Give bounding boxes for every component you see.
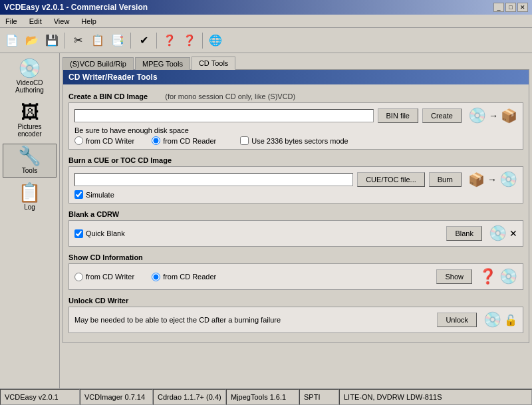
menu-view[interactable]: View [51, 17, 72, 26]
blank-button[interactable]: Blank [446, 226, 482, 241]
help2-button[interactable]: ❓ [180, 31, 199, 50]
create-button[interactable]: Create [422, 108, 462, 123]
check-button[interactable]: ✔ [134, 31, 153, 50]
copy-button[interactable]: 📋 [88, 31, 107, 50]
simulate-label[interactable]: Simulate [74, 190, 114, 199]
cue-input-row: CUE/TOC file... Burn 📦 → 💿 [74, 171, 517, 188]
cue-file-button[interactable]: CUE/TOC file... [357, 172, 425, 187]
menu-file[interactable]: File [3, 17, 20, 26]
unlock-row: May be needed to be able to eject the CD… [74, 311, 517, 329]
section-unlock: Unlock CD Writer May be needed to be abl… [68, 297, 523, 333]
section-title-show: Show CD Information [68, 253, 143, 261]
unlock-cd-icon: 💿 [483, 311, 501, 329]
burn-cd-area: 📦 → 💿 [468, 171, 517, 188]
section-body-unlock: May be needed to be able to eject the CD… [68, 307, 523, 333]
sidebar-item-pictures[interactable]: 🖼 Picturesencoder [3, 100, 57, 141]
burn-arrow-icon: → [487, 174, 497, 185]
radio-row-1: from CD Writer from CD Reader Use 2336 b… [74, 136, 517, 145]
tab-mpeg[interactable]: MPEG Tools [135, 57, 190, 70]
content-area: (S)VCD Build/Rip MPEG Tools CD Tools CD … [60, 53, 532, 388]
toolbar-separator-1 [65, 33, 65, 49]
radio-cd-reader-text: from CD Reader [163, 137, 216, 145]
panel-content: Create a BIN CD Image (for mono session … [63, 90, 529, 342]
help1-button[interactable]: ❓ [160, 31, 179, 50]
globe-button[interactable]: 🌐 [206, 31, 225, 50]
show-radio-reader-text: from CD Reader [163, 273, 216, 281]
section-body-blank: Quick Blank Blank 💿 ✕ [68, 220, 523, 247]
cue-path-input[interactable] [74, 173, 353, 186]
main-container: 💿 VideoCDAuthoring 🖼 Picturesencoder 🔧 T… [0, 53, 532, 388]
checkbox-sectors-label[interactable]: Use 2336 bytes sectors mode [240, 136, 348, 145]
sidebar-label-tools: Tools [22, 167, 37, 174]
section-title-row-2: Burn a CUE or TOC CD Image [68, 156, 523, 164]
quick-blank-label[interactable]: Quick Blank [74, 229, 125, 238]
radio-cd-reader-label[interactable]: from CD Reader [152, 136, 216, 145]
sidebar-label-pictures: Picturesencoder [17, 123, 41, 138]
section-body-burn-cue: CUE/TOC file... Burn 📦 → 💿 Simul [68, 166, 523, 203]
unlock-subtitle: May be needed to be able to eject the CD… [74, 316, 281, 324]
open-button[interactable]: 📂 [23, 31, 41, 50]
minimize-button[interactable]: _ [493, 3, 504, 12]
show-cd-area: ❓ 💿 [479, 268, 517, 285]
checkbox-sectors[interactable] [240, 136, 249, 145]
bin-file-button[interactable]: BIN file [378, 108, 418, 123]
lock-icon: 🔓 [504, 314, 517, 327]
pictures-icon: 🖼 [21, 103, 39, 122]
show-radio-writer-label[interactable]: from CD Writer [74, 273, 134, 281]
radio-cd-writer[interactable] [74, 136, 83, 145]
show-row: from CD Writer from CD Reader Show ❓ 💿 [74, 268, 517, 285]
unlock-button[interactable]: Unlock [437, 313, 477, 327]
save-button[interactable]: 💾 [43, 31, 61, 50]
menu-help[interactable]: Help [78, 17, 99, 26]
status-vcdeasey: VCDEasy v2.0.1 [0, 389, 80, 405]
menu-bar: File Edit View Help [0, 15, 532, 28]
cd-tools-panel: CD Writer/Reader Tools Create a BIN CD I… [63, 69, 529, 343]
section-subtitle-create-bin: (for mono session CD only, like (S)VCD) [165, 92, 295, 100]
new-button[interactable]: 📄 [3, 31, 21, 50]
tab-svcd[interactable]: (S)VCD Build/Rip [63, 57, 134, 70]
section-show-cd: Show CD Information from CD Writer from … [68, 253, 523, 290]
bin-path-input[interactable] [74, 109, 374, 122]
cd-icon-left: 💿 [468, 107, 486, 124]
simulate-text: Simulate [86, 191, 114, 199]
bin-input-row: BIN file Create 💿 → 📦 [74, 107, 517, 124]
show-radio-writer-text: from CD Writer [86, 273, 134, 281]
sidebar-label-videocd: VideoCDAuthoring [15, 79, 44, 94]
section-title-burn-cue: Burn a CUE or TOC CD Image [68, 156, 172, 164]
toolbar-separator-2 [130, 33, 131, 49]
simulate-checkbox[interactable] [74, 190, 83, 199]
show-radio-reader[interactable] [152, 273, 160, 281]
maximize-button[interactable]: □ [505, 3, 516, 12]
radio-cd-writer-label[interactable]: from CD Writer [74, 136, 134, 145]
sidebar-item-log[interactable]: 📋 Log [3, 180, 57, 214]
checkbox-sectors-text: Use 2336 bytes sectors mode [251, 137, 348, 145]
quick-blank-checkbox[interactable] [74, 229, 83, 238]
show-radio-writer[interactable] [74, 273, 83, 281]
section-burn-cue: Burn a CUE or TOC CD Image CUE/TOC file.… [68, 156, 523, 203]
section-title-row: Create a BIN CD Image (for mono session … [68, 92, 523, 100]
toolbar-separator-3 [156, 33, 157, 49]
section-body-create-bin: BIN file Create 💿 → 📦 Be sure to have en… [68, 102, 523, 150]
blank-row: Quick Blank Blank 💿 ✕ [74, 225, 517, 242]
paste-button[interactable]: 📑 [108, 31, 127, 50]
tools-icon: 🔧 [18, 147, 41, 166]
menu-edit[interactable]: Edit [27, 17, 45, 26]
sidebar-item-videocd[interactable]: 💿 VideoCDAuthoring [3, 56, 57, 97]
bin-icon: 📦 [501, 108, 517, 124]
radio-cd-reader[interactable] [152, 136, 160, 145]
burn-button[interactable]: Burn [429, 172, 462, 187]
section-title-row-3: Blank a CDRW [68, 210, 523, 218]
blank-cd-icon: 💿 [489, 225, 507, 242]
tab-cdtools[interactable]: CD Tools [192, 57, 235, 70]
show-button[interactable]: Show [436, 269, 472, 284]
show-radio-reader-label[interactable]: from CD Reader [152, 273, 216, 281]
log-icon: 📋 [18, 184, 41, 202]
cut-button[interactable]: ✂ [68, 31, 87, 50]
sidebar-item-tools[interactable]: 🔧 Tools [3, 144, 57, 178]
toolbar-separator-4 [202, 33, 203, 49]
section-title-blank: Blank a CDRW [68, 210, 119, 218]
close-button[interactable]: ✕ [517, 3, 528, 12]
sidebar-label-log: Log [24, 203, 35, 211]
burn-file-icon: 📦 [468, 172, 485, 188]
status-spti: SPTI [299, 389, 339, 405]
